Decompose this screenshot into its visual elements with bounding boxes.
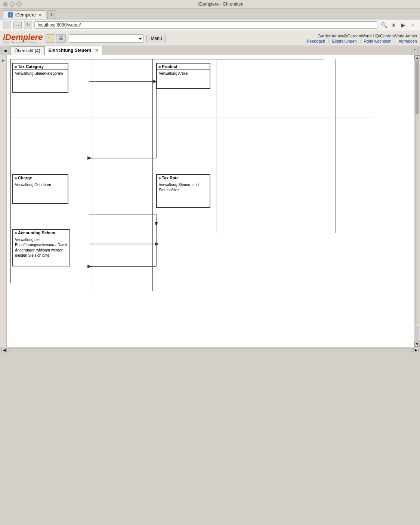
grid-cell-1-2 [93, 117, 153, 175]
node-icon-charge: ■ [15, 176, 17, 180]
grid-cell-3-2 [336, 175, 373, 233]
grid-cell-1-0 [336, 59, 373, 117]
sidebar-toggle[interactable]: ▶ [0, 55, 7, 347]
header-links: Feedback | Einstellungen | Rolle wechsel… [307, 39, 417, 43]
menu-icon[interactable]: ≡ [409, 21, 417, 29]
browser-tab-close[interactable]: ✕ [38, 13, 41, 18]
scroll-up-arrow[interactable]: ▲ [414, 55, 420, 61]
grid-cell-3-1 [276, 175, 336, 233]
accounting-schema-label: Accounting Schem [18, 231, 55, 235]
grid-cell-1-4 [216, 117, 276, 175]
minimize-button[interactable] [10, 1, 15, 7]
grid-cell-2-1 [336, 117, 373, 175]
browser-actions: 🔍 ★ ▶ ≡ [380, 21, 417, 29]
v-scroll-thumb [416, 62, 419, 114]
main-area: ▶ [0, 55, 420, 347]
new-tab-button[interactable]: + [47, 10, 56, 19]
accounting-schema-body: Verwaltung der Buchführungsschemata - Da… [13, 236, 70, 259]
title-bar: ✕ iDempiere - Chromium [0, 0, 420, 9]
product-body: Verwaltung Artikel [157, 70, 210, 77]
home-icon-button[interactable]: ☰ [56, 34, 66, 43]
tax-category-header: ■ Tax Category [13, 64, 68, 70]
charge-header: ■ Charge [13, 175, 68, 181]
tax-category-node[interactable]: ■ Tax Category Verwaltung Steuerkategori… [12, 63, 68, 93]
tab-close-button[interactable]: ✕ [95, 48, 98, 53]
folder-icon-button[interactable]: 📁 [46, 34, 55, 43]
settings-link[interactable]: Einstellungen [332, 39, 357, 43]
close-button[interactable]: ✕ [3, 1, 8, 7]
node-icon-product: ■ [158, 65, 161, 69]
v-scroll-thumb-2 [415, 326, 419, 341]
right-scrollbar[interactable]: ▲ ▼ [414, 55, 420, 347]
app-tab-strip: ◀ Übersicht (4) Einrichtung Steuern ✕ ⌃ [0, 46, 420, 55]
back-button[interactable]: ← [3, 21, 11, 29]
v-scroll-track[interactable] [415, 61, 419, 324]
app-logo: iDempiere Open Source ERP System [3, 33, 43, 44]
tax-rate-label: Tax Rate [162, 176, 179, 180]
diagram-scroll[interactable]: ■ Tax Category Verwaltung Steuerkategori… [7, 55, 414, 347]
charge-label: Charge [18, 176, 32, 180]
accounting-schema-node[interactable]: ■ Accounting Schem Verwaltung der Buchfü… [12, 229, 70, 266]
tax-rate-node[interactable]: ■ Tax Rate Verwaltung Steuern und Steuer… [156, 174, 210, 208]
grid-cell-3-0 [216, 175, 276, 233]
window-title: iDempiere - Chromium [25, 1, 417, 7]
grid-cell-2-3 [93, 175, 153, 233]
bottom-scroll-right[interactable]: ▶ [413, 348, 419, 352]
grid-cell-3-4 [93, 233, 153, 291]
role-switch-link[interactable]: Rolle wechseln [364, 39, 392, 43]
collapse-sidebar-button[interactable]: ◀ [1, 47, 9, 54]
tab-einrichtung-steuern[interactable]: Einrichtung Steuern ✕ [44, 46, 102, 55]
tab-overview[interactable]: Übersicht (4) [10, 46, 44, 55]
tax-category-label: Tax Category [18, 64, 44, 69]
bookmark-icon[interactable]: ★ [389, 21, 398, 29]
search-icon[interactable]: 🔍 [380, 21, 388, 29]
grid-cell-1-1 [11, 117, 93, 175]
menu-button[interactable]: Menü [146, 35, 166, 42]
grid-cell-0-4 [276, 59, 336, 117]
diagram-area: ■ Tax Category Verwaltung Steuerkategori… [7, 55, 414, 347]
grid-cell-0-3 [216, 59, 276, 117]
browser-tab-bar: i iDempiere ✕ + [0, 9, 420, 19]
browser-tab-label: iDempiere [15, 12, 36, 18]
bottom-scrollbar[interactable] [8, 348, 412, 352]
url-input[interactable] [34, 21, 377, 29]
bottom-scroll-left[interactable]: ◀ [1, 348, 7, 352]
grid-cell-2-0 [276, 117, 336, 175]
user-info: GardenAdmin@GardenWorld.HQ/GardenWorld A… [307, 34, 417, 38]
window-controls: ✕ [3, 1, 22, 7]
logo-subtext: Open Source ERP System [3, 41, 43, 44]
node-icon-taxrate: ■ [158, 176, 161, 180]
reload-button[interactable]: ↻ [24, 21, 32, 29]
accounting-schema-header: ■ Accounting Schem [13, 230, 70, 236]
bottom-bar: ◀ ▶ [0, 347, 420, 353]
context-dropdown[interactable] [69, 34, 143, 43]
address-bar: ← → ↻ 🔍 ★ ▶ ≡ [0, 19, 420, 31]
browser-tab[interactable]: i iDempiere ✕ [3, 10, 46, 19]
maximize-button[interactable] [16, 1, 22, 7]
scroll-up-button[interactable]: ⌃ [411, 47, 419, 54]
app-header: iDempiere Open Source ERP System 📁 ☰ Men… [0, 31, 420, 46]
product-label: Product [162, 64, 177, 69]
tax-rate-body: Verwaltung Steuern und Steuersätze [157, 181, 210, 194]
logout-link[interactable]: Abmelden [398, 39, 417, 43]
grid-cell-0-1 [93, 59, 153, 117]
product-node[interactable]: ■ Product Verwaltung Artikel [156, 63, 210, 89]
charge-node[interactable]: ■ Charge Verwaltung Gebühren [12, 174, 68, 204]
feedback-link[interactable]: Feedback [307, 39, 325, 43]
diagram-wrapper: ■ Tax Category Verwaltung Steuerkategori… [7, 55, 328, 287]
forward-button[interactable]: → [13, 21, 22, 29]
toolbar-icons: 📁 ☰ [46, 34, 66, 43]
tab-icon: i [8, 12, 13, 18]
node-icon-accounting: ■ [15, 231, 17, 235]
scroll-down-arrow[interactable]: ▼ [414, 342, 420, 347]
product-header: ■ Product [157, 64, 210, 70]
charge-body: Verwaltung Gebühren [13, 181, 68, 189]
tax-rate-header: ■ Tax Rate [157, 175, 210, 181]
grid-cell-1-3 [153, 117, 216, 175]
header-right: GardenAdmin@GardenWorld.HQ/GardenWorld A… [307, 34, 417, 43]
tax-category-body: Verwaltung Steuerkategorien [13, 70, 68, 77]
node-icon: ■ [15, 65, 17, 69]
extensions-icon[interactable]: ▶ [399, 21, 407, 29]
